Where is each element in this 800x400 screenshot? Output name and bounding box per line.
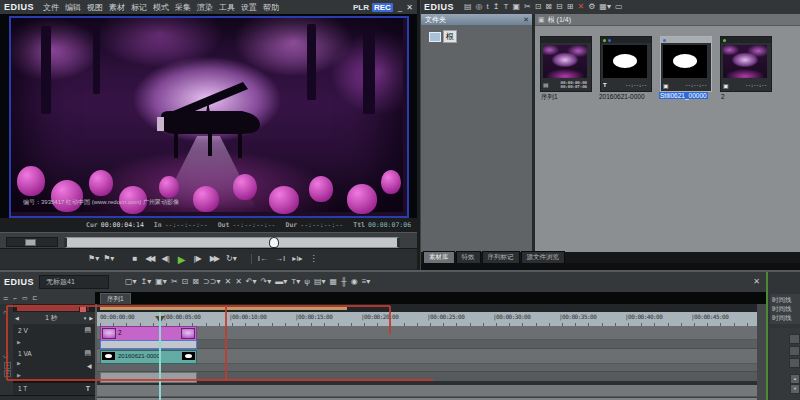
track-lock-icon[interactable]: ∩	[3, 309, 7, 315]
search-icon[interactable]: ◎	[474, 2, 485, 12]
import-icon[interactable]: ↥	[491, 2, 502, 12]
title-icon[interactable]: T	[502, 2, 511, 12]
play-icon[interactable]: ▶	[176, 253, 188, 266]
track-expander-icon[interactable]: ▶	[17, 339, 21, 345]
marker-list-icon[interactable]: ⚑▾	[101, 254, 116, 264]
set-marker-icon[interactable]: ⚑▾	[86, 254, 101, 264]
mode-icon[interactable]: ▬▾	[273, 277, 289, 287]
add-between-icon[interactable]: ⊃⊃▾	[201, 277, 222, 287]
scale-right-arrow-icon[interactable]: ▶	[89, 315, 93, 321]
palette-button[interactable]	[789, 358, 800, 368]
send-to-timeline-icon[interactable]: ⊟	[554, 2, 565, 12]
paste-icon[interactable]: ⊠	[543, 2, 554, 12]
menu-capture[interactable]: 采集	[172, 2, 194, 13]
menu-help[interactable]: 帮助	[260, 2, 282, 13]
timeline-ruler[interactable]: 00:00:00:00 |00:00:05:00 |00:00:10:00 |0…	[97, 312, 757, 327]
rewind-icon[interactable]: ◀◀	[143, 254, 155, 264]
lane-1t[interactable]	[97, 385, 757, 397]
jump-icon[interactable]: ▸I▸	[290, 254, 304, 264]
timeline-marker-bar[interactable]	[97, 304, 757, 312]
set-out-icon[interactable]: →I	[273, 254, 287, 264]
playhead-line[interactable]	[159, 312, 161, 400]
audio-channel-2[interactable]: 2	[4, 370, 11, 377]
view-mode-icon[interactable]: ▦▾	[597, 2, 613, 12]
mixer-icon[interactable]: ╫	[339, 277, 349, 287]
set-in-icon[interactable]: I←	[251, 254, 270, 264]
palette-down-icon[interactable]: ▼	[790, 384, 800, 394]
add-clip-icon[interactable]: ⊞	[565, 2, 576, 12]
video-mute-icon[interactable]: ▤	[84, 326, 91, 333]
bin-item-still-2[interactable]: ▣ --:--:--	[720, 36, 772, 92]
timeline-import-icon[interactable]: ↥▾	[139, 277, 154, 287]
video-mute-icon[interactable]: ▤	[84, 349, 91, 356]
folder-tree-root[interactable]: 根	[429, 30, 457, 43]
minimize-button[interactable]: _	[398, 3, 402, 12]
plr-button[interactable]: PLR	[353, 3, 369, 12]
track-sync-icon[interactable]: ◡	[3, 352, 8, 358]
timeline-paste-icon[interactable]: ⊠	[190, 277, 201, 287]
prev-frame-icon[interactable]: ◀|	[160, 254, 172, 264]
menu-clip[interactable]: 素材	[106, 2, 128, 13]
properties-icon[interactable]: ⚙	[586, 2, 597, 12]
bin-item-still-selected[interactable]: ▣ --:--:--	[660, 36, 712, 92]
bin-item-label[interactable]: 序列1	[541, 93, 558, 102]
redo-icon[interactable]: ↷▾	[259, 277, 274, 287]
bin-item-title-clip[interactable]: T --:--:--	[600, 36, 652, 92]
clip-2v[interactable]: 2	[100, 326, 197, 341]
track-expander-icon[interactable]: ▶	[17, 360, 21, 366]
multicam-icon[interactable]: ▦	[327, 277, 339, 287]
undo-icon[interactable]: ↶▾	[244, 277, 259, 287]
copy-icon[interactable]: ⊡	[533, 2, 544, 12]
cut-icon[interactable]: ✂	[522, 2, 533, 12]
new-folder-icon[interactable]: ▤	[462, 2, 474, 12]
audio-channel-1[interactable]: 1	[4, 362, 11, 369]
new-sequence-icon[interactable]: ▢▾	[123, 277, 139, 287]
record-icon[interactable]: ◉	[349, 277, 360, 287]
capture-icon[interactable]: ▣	[510, 2, 522, 12]
folder-panel-close-icon[interactable]: ✕	[523, 16, 529, 24]
scale-value[interactable]: 1 秒	[45, 314, 57, 323]
timeline-title-icon[interactable]: T▾	[289, 277, 302, 287]
shuttle-handle[interactable]	[25, 239, 36, 246]
shuttle-slider[interactable]	[6, 237, 58, 247]
menu-tools[interactable]: 工具	[216, 2, 238, 13]
delete-parts-icon[interactable]: ✕	[233, 277, 244, 287]
menu-file[interactable]: 文件	[40, 2, 62, 13]
clip-2v-mixer-strip[interactable]	[100, 340, 197, 349]
timeline-menu-icon[interactable]: ≡▾	[360, 277, 373, 287]
stop-icon[interactable]: ■	[130, 254, 139, 264]
sync-mode-icon[interactable]: ⊏	[33, 295, 38, 301]
insert-mode-icon[interactable]: ▭	[22, 295, 28, 301]
menu-mode[interactable]: 模式	[150, 2, 172, 13]
menu-marker[interactable]: 标记	[128, 2, 150, 13]
display-mode-icon[interactable]: ▤▾	[312, 277, 328, 287]
scale-caret-icon[interactable]: ▾	[84, 315, 87, 321]
loop-icon[interactable]: ↻▾	[224, 254, 239, 264]
bin-item-label[interactable]: 20160621-0000	[599, 93, 645, 100]
rec-button[interactable]: REC	[372, 3, 393, 12]
seek-position-marker[interactable]	[269, 237, 279, 248]
lane-1va-sub[interactable]	[97, 364, 757, 372]
track-expander-icon[interactable]: ▶	[17, 372, 21, 378]
drawer-icon[interactable]: ▭	[613, 2, 625, 12]
track-height-icon[interactable]: ⚌	[3, 295, 8, 301]
timeline-copy-icon[interactable]: ⊡	[180, 277, 191, 287]
close-button[interactable]: ✕	[406, 3, 413, 12]
voiceover-icon[interactable]: ψ	[302, 277, 312, 287]
track-header-2v[interactable]: 2 V ▤ ▶	[13, 324, 95, 348]
ripple-delete-icon[interactable]: ✕	[222, 277, 233, 287]
export-icon[interactable]: ⋮	[307, 254, 319, 264]
speaker-icon[interactable]: ◀)	[87, 364, 91, 370]
menu-render[interactable]: 渲染	[194, 2, 216, 13]
menu-edit[interactable]: 编辑	[62, 2, 84, 13]
seek-bar[interactable]	[64, 237, 400, 248]
scale-left-arrow-icon[interactable]: ◀	[15, 315, 19, 321]
timeline-close-icon[interactable]: ✕	[753, 278, 760, 286]
bin-item-label[interactable]: 2	[721, 93, 725, 100]
title-track-icon[interactable]: T	[86, 385, 90, 392]
clip-1va[interactable]: 20160621-0000	[100, 350, 197, 364]
bin-item-sequence[interactable]: ▤ 00:00:00:00 00:00:07:06	[540, 36, 592, 92]
track-header-1va[interactable]: 1 VA ▤ ▶ ◀) ▶	[13, 347, 95, 381]
menu-view[interactable]: 视图	[84, 2, 106, 13]
fast-forward-icon[interactable]: ▶▶	[208, 254, 220, 264]
